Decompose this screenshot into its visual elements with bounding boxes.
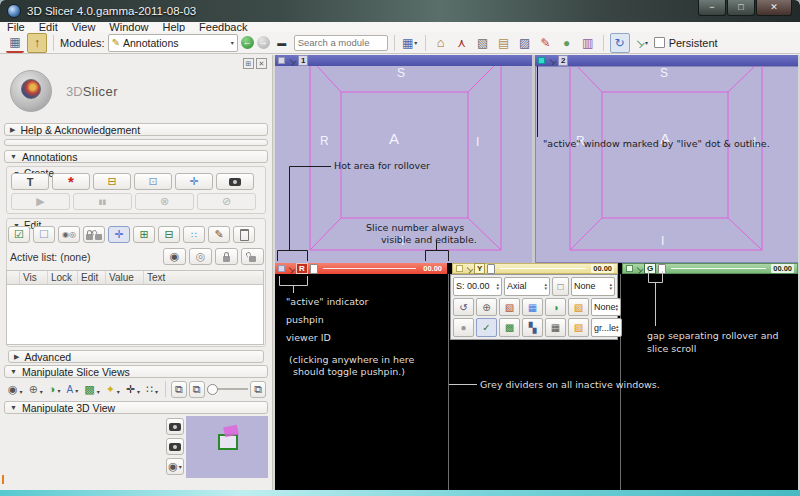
add-hierarchy-button[interactable]: ⊞ xyxy=(133,226,155,243)
menu-view[interactable]: View xyxy=(65,22,103,32)
green-slice-controller[interactable]: ⊤ G 00.00 xyxy=(622,263,798,274)
charts-module-icon[interactable]: ▨ xyxy=(516,34,534,52)
fit-slices-button[interactable]: ⧉ xyxy=(171,381,187,398)
opacity-slider[interactable] xyxy=(207,388,249,390)
red-viewer-id[interactable]: R xyxy=(296,263,308,274)
menu-file[interactable]: File xyxy=(0,22,32,32)
red-slider-track[interactable] xyxy=(323,268,416,269)
col-value[interactable]: Value xyxy=(106,271,144,284)
create-text-button[interactable]: T xyxy=(11,173,49,190)
close-icon[interactable]: ✕ xyxy=(756,0,792,16)
toggle-labels-button[interactable]: ⧉ xyxy=(250,381,266,398)
slice-visibility-icon[interactable]: ◉▾ xyxy=(6,383,25,396)
view-options-button[interactable]: ◉▾ xyxy=(166,458,184,475)
module-forward-icon[interactable]: → xyxy=(257,36,270,49)
slider-handle[interactable] xyxy=(207,384,218,395)
compositing-moon-icon[interactable]: ◑ xyxy=(545,298,566,317)
mouse-mode-pin-icon[interactable]: ⊤ ▾ xyxy=(633,34,651,52)
menu-feedback[interactable]: Feedback xyxy=(192,22,254,32)
volume-rendering-module-icon[interactable]: ▥ xyxy=(579,34,597,52)
compositing-icon[interactable]: ▩▾ xyxy=(82,383,101,396)
pause-button[interactable]: ▮▮ xyxy=(73,193,132,210)
select-all-button[interactable]: ☑ xyxy=(8,226,30,243)
annotation-display-icon[interactable]: A▾ xyxy=(65,384,81,395)
module-history-icon[interactable]: ▬ xyxy=(273,34,291,52)
persistent-checkbox[interactable]: Persistent xyxy=(654,37,718,49)
reformat-icon[interactable]: ▧ xyxy=(499,298,520,317)
yellow-slice-controller[interactable]: ⊤ Y 00.00 xyxy=(452,263,618,274)
sparkle-icon[interactable]: ✦▾ xyxy=(104,383,122,396)
background-selector[interactable]: gr...le ▴▾ xyxy=(591,318,622,337)
yellow-slider-handle[interactable] xyxy=(487,264,495,274)
markups-module-icon[interactable]: ⋏ xyxy=(453,34,471,52)
green-slice-number[interactable]: 00.00 xyxy=(771,264,794,273)
yellow-pushpin-icon[interactable]: ⊤ xyxy=(463,263,474,274)
save-icon[interactable]: ↑ xyxy=(27,33,47,53)
col-text[interactable]: Text xyxy=(144,271,263,284)
undock-panel-icon[interactable]: ⊞ xyxy=(243,58,254,69)
menu-help[interactable]: Help xyxy=(155,22,192,32)
toggle-visibility-button[interactable]: ◉◎ xyxy=(58,226,80,243)
refresh-views-icon[interactable]: ↻ xyxy=(610,33,630,53)
yellow-slice-number[interactable]: 00.00 xyxy=(591,264,614,273)
screenshot-3d-button[interactable] xyxy=(166,418,184,435)
load-data-icon[interactable]: ▦ xyxy=(6,33,24,53)
crosshair-mode-icon[interactable]: ✛▾ xyxy=(124,383,142,396)
lightbox-grid-icon[interactable]: ▦ xyxy=(522,298,543,317)
maximize-icon[interactable]: □ xyxy=(727,0,755,16)
label-opacity-button[interactable]: ⧉ xyxy=(189,381,205,398)
green-viewer-id[interactable]: G xyxy=(644,263,656,274)
lightbox-icon[interactable]: □ xyxy=(552,277,569,296)
unselect-all-button[interactable]: ☐ xyxy=(33,226,55,243)
yellow-viewer-id[interactable]: Y xyxy=(474,263,485,274)
hide-all-icon[interactable]: ◎ xyxy=(189,248,212,265)
select-points-button[interactable]: ∷ xyxy=(183,226,205,243)
create-crosshair-button[interactable]: ✛ xyxy=(175,173,213,190)
menu-edit[interactable]: Edit xyxy=(32,22,65,32)
label-map-selector[interactable]: None ▴▾ xyxy=(591,298,621,317)
minimize-icon[interactable]: − xyxy=(698,0,726,16)
foreground-selector[interactable]: None ▴▾ xyxy=(571,277,615,296)
layout-selector-icon[interactable]: ▦▾ xyxy=(401,34,419,52)
spin-down-icon[interactable]: ▾ xyxy=(496,286,499,290)
module-back-icon[interactable]: ← xyxy=(241,36,254,49)
title-bar[interactable]: 3D Slicer 4.0.gamma-2011-08-03 − □ ✕ xyxy=(0,0,800,22)
add-annotation-button[interactable]: ⊟ xyxy=(158,226,180,243)
home-icon[interactable]: ⌂ xyxy=(432,34,450,52)
help-acknowledgement-section[interactable]: ▶ Help & Acknowledgement xyxy=(4,123,268,136)
slice-link-icon[interactable]: ⊕ xyxy=(476,298,497,317)
col-edit[interactable]: Edit xyxy=(78,271,106,284)
background-volume-icon[interactable]: ▧ xyxy=(568,318,589,337)
toggle-lock-button[interactable] xyxy=(83,226,105,243)
viewer2-header[interactable]: ⊤ 2 xyxy=(535,55,800,66)
yellow-slider-track[interactable] xyxy=(500,268,586,269)
slice-link-icon[interactable]: ⊕▾ xyxy=(27,383,45,396)
crosshair-jump-icon[interactable]: ∷▾ xyxy=(144,383,160,396)
col-lock[interactable]: Lock xyxy=(48,271,78,284)
editor-module-icon[interactable]: ✎ xyxy=(537,34,555,52)
annotations-table[interactable]: Vis Lock Edit Value Text xyxy=(6,270,264,345)
orientation-selector[interactable]: Axial ▴▾ xyxy=(504,277,550,296)
unlock-all-button[interactable] xyxy=(241,248,264,265)
models-module-icon[interactable]: ▤ xyxy=(495,34,513,52)
create-fiducial-button[interactable]: * xyxy=(52,173,90,190)
red-pushpin-icon[interactable]: ⊤ xyxy=(285,263,296,274)
col-vis[interactable]: Vis xyxy=(20,271,48,284)
done-button[interactable]: ⊘ xyxy=(197,193,256,210)
label-volume-icon[interactable]: ▧ xyxy=(568,298,589,317)
play-button[interactable]: ▶ xyxy=(11,193,70,210)
segmentation-module-icon[interactable]: ● xyxy=(558,34,576,52)
jump-slices-button[interactable]: ✛ xyxy=(108,226,130,243)
volumes-module-icon[interactable]: ▧ xyxy=(474,34,492,52)
lock-all-button[interactable] xyxy=(215,248,238,265)
cancel-button[interactable]: ⊗ xyxy=(135,193,194,210)
red-slice-number[interactable]: 00.00 xyxy=(421,264,444,273)
green-slider-track[interactable] xyxy=(671,268,766,269)
model-cubes-icon[interactable]: ▩ xyxy=(499,318,520,337)
slice-offset-spinbox[interactable]: S: 00.00 ▴▾ xyxy=(453,277,502,296)
scene-snapshot-button[interactable] xyxy=(166,438,184,455)
green-pushpin-icon[interactable]: ⊤ xyxy=(633,263,644,274)
viewer1-pushpin-icon[interactable]: ⊤ xyxy=(286,55,297,66)
module-selector[interactable]: ✎ Annotations ▾ xyxy=(108,34,238,52)
red-slider-handle[interactable] xyxy=(310,264,318,274)
